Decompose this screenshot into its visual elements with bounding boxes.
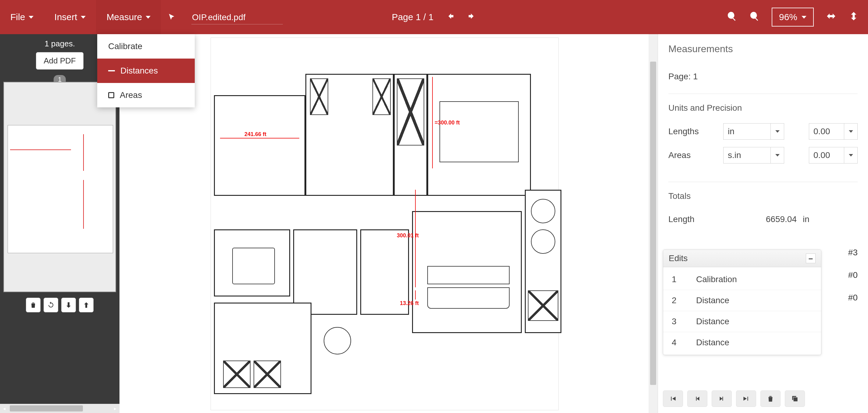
next-page-button[interactable] xyxy=(467,11,476,23)
edits-row[interactable]: 2 Distance xyxy=(663,290,821,311)
edits-label: Distance xyxy=(696,338,729,347)
edits-toolbar xyxy=(663,390,805,407)
add-pdf-button[interactable]: Add PDF xyxy=(36,52,84,69)
totals-counts: #3 #0 #0 xyxy=(848,248,858,302)
edits-minimize-button[interactable]: – xyxy=(806,254,815,263)
canvas-vscroll[interactable] xyxy=(649,34,658,413)
zoom-out-button[interactable] xyxy=(726,11,737,24)
menu-file[interactable]: File xyxy=(0,0,44,34)
dimension-line[interactable] xyxy=(415,290,416,299)
fit-height-icon xyxy=(848,11,859,21)
thumbnail-move-up-button[interactable] xyxy=(79,298,94,312)
measure-distances-item[interactable]: Distances xyxy=(97,59,195,83)
scroll-right-button[interactable]: ▸ xyxy=(111,404,120,413)
hscroll-thumb[interactable] xyxy=(10,405,83,411)
lengths-label: Lengths xyxy=(669,126,714,136)
count-badge: #0 xyxy=(848,270,858,280)
filename-input[interactable]: OIP.edited.pdf xyxy=(191,10,283,24)
measure-areas-item[interactable]: Areas xyxy=(97,83,195,107)
arrow-right-icon xyxy=(467,11,476,21)
total-length-label: Length xyxy=(669,214,733,224)
count-badge: #0 xyxy=(848,293,858,302)
edits-list: 1 Calibration 2 Distance 3 Distance 4 Di… xyxy=(663,267,821,355)
dimension-line[interactable] xyxy=(432,77,433,168)
panel-page-label: Page: 1 xyxy=(669,72,858,82)
vscroll-thumb[interactable] xyxy=(650,62,656,385)
edits-index: 3 xyxy=(672,317,684,326)
chevron-down-icon xyxy=(771,123,784,139)
dimension-label: 241.66 ft xyxy=(244,131,267,138)
measure-calibrate-item[interactable]: Calibrate xyxy=(97,34,195,59)
edits-first-button[interactable] xyxy=(663,390,683,407)
page-indicator: Page 1 / 1 xyxy=(392,12,434,22)
cursor-icon xyxy=(167,13,176,21)
edits-copy-button[interactable] xyxy=(785,390,805,407)
edits-delete-button[interactable] xyxy=(761,390,780,407)
measure-dropdown: Calibrate Distances Areas xyxy=(97,34,195,107)
thumbnail-move-down-button[interactable] xyxy=(61,298,76,312)
zoom-level-dropdown[interactable]: 96% xyxy=(772,8,814,27)
edits-index: 1 xyxy=(672,274,684,284)
edits-last-button[interactable] xyxy=(736,390,756,407)
thumbnail-hscroll[interactable]: ◂ ▸ xyxy=(0,404,120,413)
zoom-level-label: 96% xyxy=(779,12,797,22)
areas-unit-select[interactable]: s.in xyxy=(723,147,784,164)
zoom-out-icon xyxy=(726,11,737,21)
measure-areas-label: Areas xyxy=(120,90,142,100)
menu-measure-label: Measure xyxy=(106,12,142,22)
dimension-line[interactable] xyxy=(220,138,299,139)
thumbnail-delete-button[interactable] xyxy=(26,298,40,312)
edits-row[interactable]: 4 Distance xyxy=(663,332,821,353)
dimension-label: =300.00 ft xyxy=(435,120,460,126)
skip-first-icon xyxy=(669,395,677,403)
menu-insert[interactable]: Insert xyxy=(44,0,96,34)
arrow-down-icon xyxy=(65,301,72,309)
edits-next-button[interactable] xyxy=(712,390,732,407)
skip-last-icon xyxy=(742,395,750,403)
lengths-unit-select[interactable]: in xyxy=(723,123,784,140)
edits-header[interactable]: Edits – xyxy=(663,250,821,267)
chevron-down-icon xyxy=(771,147,784,163)
chevron-down-icon xyxy=(844,123,857,139)
edits-label: Distance xyxy=(696,317,729,326)
thumbnail-wrap: 1 xyxy=(3,82,116,292)
thumbnail-rotate-button[interactable] xyxy=(43,298,58,312)
caret-down-icon xyxy=(802,16,806,19)
zoom-in-button[interactable] xyxy=(749,11,760,24)
arrow-up-icon xyxy=(83,301,90,309)
menu-measure[interactable]: Measure xyxy=(96,0,161,34)
areas-precision-select[interactable]: 0.00 xyxy=(809,147,858,164)
pointer-tool[interactable] xyxy=(161,0,182,34)
edits-row[interactable]: 3 Distance xyxy=(663,311,821,332)
fit-height-button[interactable] xyxy=(848,11,859,24)
lengths-precision-select[interactable]: 0.00 xyxy=(809,123,858,140)
areas-unit-value: s.in xyxy=(723,150,771,160)
caret-down-icon xyxy=(29,16,33,19)
scroll-left-button[interactable]: ◂ xyxy=(0,404,8,413)
edits-title: Edits xyxy=(669,254,688,263)
totals-header: Totals xyxy=(669,191,858,201)
menu-insert-label: Insert xyxy=(54,12,77,22)
edits-prev-button[interactable] xyxy=(687,390,707,407)
canvas-area[interactable]: 241.66 ft =300.00 ft 300.01 ft 13.26 ft xyxy=(120,34,658,413)
fit-width-button[interactable] xyxy=(826,11,836,24)
page-nav: Page 1 / 1 xyxy=(392,11,476,23)
count-badge: #3 xyxy=(848,248,858,258)
step-next-icon xyxy=(718,395,726,403)
trash-icon xyxy=(30,301,37,309)
fit-width-icon xyxy=(826,11,836,21)
edits-row[interactable]: 1 Calibration xyxy=(663,269,821,290)
page-thumbnail[interactable] xyxy=(3,82,116,292)
dimension-label: 13.26 ft xyxy=(400,300,419,306)
pages-count-label: 1 pages. xyxy=(44,39,75,49)
menubar: File Insert Measure OIP.edited.pdf Page … xyxy=(0,0,868,34)
edits-label: Calibration xyxy=(696,274,737,284)
copy-icon xyxy=(791,395,799,403)
units-precision-header: Units and Precision xyxy=(669,103,858,113)
measurements-panel: Measurements Page: 1 Units and Precision… xyxy=(658,34,868,413)
prev-page-button[interactable] xyxy=(445,11,455,23)
panel-title: Measurements xyxy=(669,43,858,55)
rotate-icon xyxy=(47,301,55,309)
lengths-precision-value: 0.00 xyxy=(809,126,844,136)
areas-label: Areas xyxy=(669,150,714,160)
